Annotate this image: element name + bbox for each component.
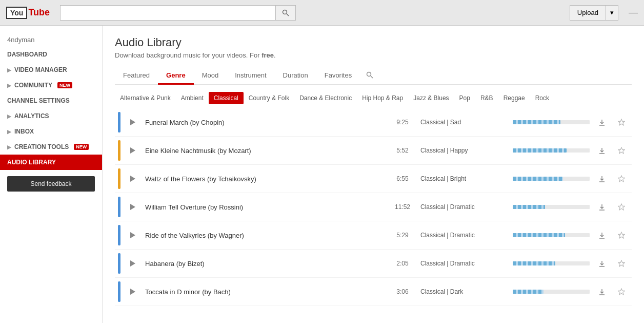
tab-duration[interactable]: Duration <box>275 67 316 85</box>
track-waveform <box>513 205 590 209</box>
star-icon <box>618 147 625 154</box>
genre-hip-hop-rap[interactable]: Hip Hop & Rap <box>357 92 408 104</box>
track-play-button[interactable] <box>126 115 140 129</box>
svg-marker-15 <box>618 204 625 210</box>
genre-pop[interactable]: Pop <box>454 92 475 104</box>
sidebar-item-video-manager[interactable]: ▶ VIDEO MANAGER <box>0 62 102 78</box>
track-waveform-fill <box>513 205 545 209</box>
tab-favorites[interactable]: Favorites <box>316 67 360 85</box>
track-color-bar <box>118 253 120 274</box>
star-icon <box>618 119 625 126</box>
track-favorite-button[interactable] <box>614 284 629 299</box>
svg-point-2 <box>367 72 371 77</box>
track-tags: Classical | Dramatic <box>420 203 508 211</box>
sidebar-item-inbox[interactable]: ▶ INBOX <box>0 124 102 139</box>
sidebar-username: 4ndyman <box>0 31 102 47</box>
track-download-button[interactable] <box>595 284 609 299</box>
sidebar: 4ndyman DASHBOARD ▶ VIDEO MANAGER ▶ COMM… <box>0 26 103 323</box>
download-icon <box>598 119 606 126</box>
track-duration: 5:52 <box>390 147 415 154</box>
track-favorite-button[interactable] <box>614 200 629 214</box>
tab-featured[interactable]: Featured <box>115 67 158 85</box>
svg-marker-19 <box>130 260 135 267</box>
tab-genre[interactable]: Genre <box>158 67 194 85</box>
track-favorite-button[interactable] <box>614 228 629 242</box>
sidebar-item-community[interactable]: ▶ COMMUNITY NEW <box>0 78 102 93</box>
track-row: Habanera (by Bizet) 2:05 Classical | Dra… <box>115 250 632 278</box>
sidebar-item-label: VIDEO MANAGER <box>14 66 67 73</box>
genre-ambient[interactable]: Ambient <box>176 92 209 104</box>
track-play-button[interactable] <box>126 200 140 214</box>
track-row: Eine Kleine Nachtmusik (by Mozart) 5:52 … <box>115 137 632 165</box>
track-duration: 11:52 <box>390 203 415 211</box>
download-icon <box>598 203 606 211</box>
track-play-button[interactable] <box>126 284 140 299</box>
svg-line-1 <box>287 14 289 16</box>
play-icon <box>130 289 135 295</box>
sidebar-item-label: ANALYTICS <box>14 112 49 120</box>
search-icon <box>282 9 289 16</box>
track-play-button[interactable] <box>126 143 140 158</box>
genre-rock[interactable]: Rock <box>530 92 554 104</box>
track-name: Funeral March (by Chopin) <box>145 119 385 126</box>
svg-point-0 <box>283 10 287 14</box>
new-badge: NEW <box>74 144 89 150</box>
download-icon <box>598 260 606 267</box>
sidebar-item-channel-settings[interactable]: CHANNEL SETTINGS <box>0 93 102 108</box>
genre-country-folk[interactable]: Country & Folk <box>244 92 294 104</box>
track-color-bar <box>118 281 120 302</box>
download-icon <box>598 147 606 154</box>
track-tags: Classical | Happy <box>420 147 508 154</box>
track-play-button[interactable] <box>126 256 140 271</box>
genre-jazz-blues[interactable]: Jazz & Blues <box>408 92 454 104</box>
genre-dance-electronic[interactable]: Dance & Electronic <box>294 92 357 104</box>
sidebar-item-audio-library[interactable]: Audio Library <box>0 155 102 170</box>
tab-mood[interactable]: Mood <box>194 67 227 85</box>
track-name: Waltz of the Flowers (by Tchaikovsky) <box>145 175 385 183</box>
track-row: Ride of the Valkyries (by Wagner) 5:29 C… <box>115 221 632 250</box>
sidebar-item-label: COMMUNITY <box>14 82 52 89</box>
play-icon <box>130 119 135 125</box>
track-duration: 9:25 <box>390 119 415 126</box>
genre-alt-punk[interactable]: Alternative & Punk <box>115 92 176 104</box>
track-color-bar <box>118 112 120 132</box>
send-feedback-button[interactable]: Send feedback <box>7 176 95 192</box>
track-row: Waltz of the Flowers (by Tchaikovsky) 6:… <box>115 165 632 193</box>
tab-instrument[interactable]: Instrument <box>227 67 274 85</box>
tab-search-icon[interactable] <box>360 67 379 84</box>
genre-classical[interactable]: Classical <box>209 92 244 104</box>
sidebar-item-creation-tools[interactable]: ▶ CREATION TOOLS NEW <box>0 139 102 155</box>
track-color-bar <box>118 225 120 245</box>
track-download-button[interactable] <box>595 172 609 186</box>
track-download-button[interactable] <box>595 200 609 214</box>
track-download-button[interactable] <box>595 256 609 271</box>
genre-rnb[interactable]: R&B <box>475 92 498 104</box>
track-download-button[interactable] <box>595 143 609 158</box>
track-download-button[interactable] <box>595 115 609 129</box>
upload-caret-button[interactable]: ▾ <box>606 5 618 21</box>
sidebar-item-label: DASHBOARD <box>7 51 47 58</box>
search-input[interactable] <box>60 5 275 21</box>
svg-marker-7 <box>130 147 135 154</box>
track-tags: Classical | Dramatic <box>420 232 508 239</box>
track-download-button[interactable] <box>595 228 609 242</box>
upload-button[interactable]: Upload <box>570 5 606 21</box>
track-favorite-button[interactable] <box>614 115 629 129</box>
svg-marker-24 <box>618 289 625 295</box>
genre-reggae[interactable]: Reggae <box>498 92 530 104</box>
track-play-button[interactable] <box>126 172 140 186</box>
sidebar-item-dashboard[interactable]: DASHBOARD <box>0 47 102 62</box>
search-button[interactable] <box>275 5 296 21</box>
sidebar-item-label: CREATION TOOLS <box>14 143 69 150</box>
svg-marker-22 <box>130 289 135 295</box>
track-waveform <box>513 290 590 294</box>
track-favorite-button[interactable] <box>614 143 629 158</box>
topbar-menu-icon[interactable]: — <box>629 7 638 18</box>
track-row: Funeral March (by Chopin) 9:25 Classical… <box>115 108 632 137</box>
track-play-button[interactable] <box>126 228 140 242</box>
star-icon <box>618 260 625 267</box>
svg-marker-21 <box>618 260 625 267</box>
track-favorite-button[interactable] <box>614 172 629 186</box>
sidebar-item-analytics[interactable]: ▶ ANALYTICS <box>0 108 102 124</box>
track-favorite-button[interactable] <box>614 256 629 271</box>
